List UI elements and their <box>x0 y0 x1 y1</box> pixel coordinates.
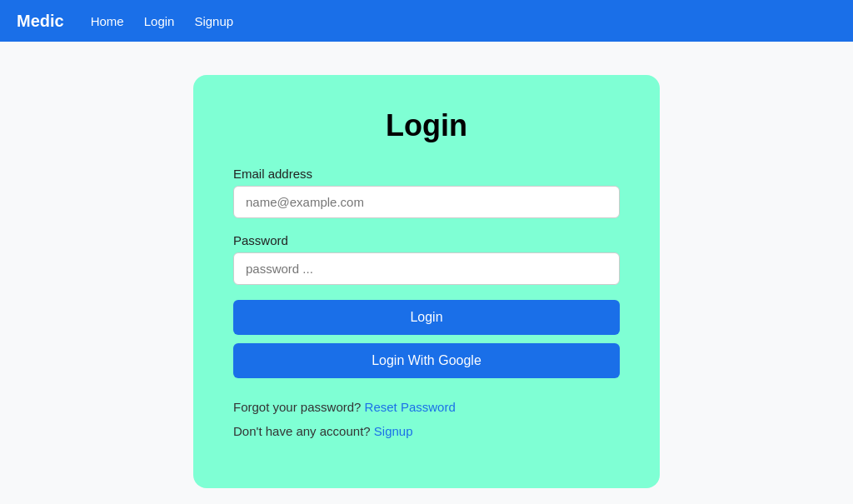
password-label: Password <box>233 233 620 247</box>
email-input[interactable] <box>233 186 620 218</box>
page-content: Login Email address Password Login Login… <box>0 42 853 504</box>
forgot-password-text: Forgot your password? <box>233 400 361 414</box>
nav-home[interactable]: Home <box>91 14 124 28</box>
extra-links: Forgot your password? Reset Password Don… <box>233 400 620 438</box>
email-group: Email address <box>233 167 620 218</box>
nav-signup[interactable]: Signup <box>194 14 233 28</box>
login-card: Login Email address Password Login Login… <box>193 75 660 488</box>
email-label: Email address <box>233 167 620 181</box>
navbar: Medic Home Login Signup <box>0 0 853 42</box>
nav-brand[interactable]: Medic <box>17 12 64 31</box>
login-title: Login <box>233 108 620 143</box>
nav-login[interactable]: Login <box>144 14 175 28</box>
no-account-text: Don't have any account? <box>233 424 371 438</box>
password-group: Password <box>233 233 620 285</box>
google-login-button[interactable]: Login With Google <box>233 343 620 378</box>
login-button[interactable]: Login <box>233 300 620 335</box>
reset-password-link[interactable]: Reset Password <box>365 400 456 414</box>
signup-link[interactable]: Signup <box>374 424 413 438</box>
forgot-password-row: Forgot your password? Reset Password <box>233 400 620 414</box>
no-account-row: Don't have any account? Signup <box>233 424 620 438</box>
password-input[interactable] <box>233 252 620 285</box>
